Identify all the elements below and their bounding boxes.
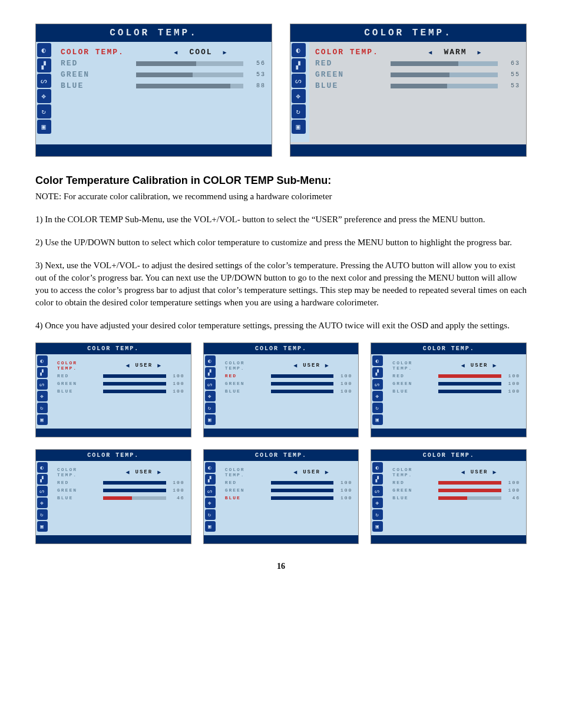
slider-red[interactable] xyxy=(271,481,334,485)
row-blue[interactable]: BLUE xyxy=(315,81,386,90)
slider-green[interactable] xyxy=(136,73,243,77)
preset-selector[interactable]: ◀ USER ▶ xyxy=(103,469,185,476)
slider-green[interactable] xyxy=(438,382,501,386)
color-icon[interactable]: ᔕ xyxy=(372,486,383,496)
row-blue[interactable]: BLUE xyxy=(57,495,98,500)
color-icon[interactable]: ᔕ xyxy=(372,379,383,390)
row-color-temp[interactable]: COLOR TEMP. xyxy=(61,48,131,57)
position-icon[interactable]: ✥ xyxy=(37,391,48,401)
misc-icon[interactable]: ▣ xyxy=(37,120,51,134)
row-color-temp[interactable]: COLOR TEMP. xyxy=(392,360,434,371)
row-color-temp[interactable]: COLOR TEMP. xyxy=(225,360,266,371)
preset-selector[interactable]: ◀ WARM ▶ xyxy=(391,48,520,57)
slider-green[interactable] xyxy=(103,382,166,386)
arrow-right-icon[interactable]: ▶ xyxy=(325,469,330,476)
slider-green[interactable] xyxy=(103,489,166,492)
picture-icon[interactable]: ▞ xyxy=(372,474,383,485)
slider-green[interactable] xyxy=(391,73,498,77)
reset-icon[interactable]: ↻ xyxy=(37,509,48,520)
row-blue[interactable]: BLUE xyxy=(57,388,98,394)
arrow-right-icon[interactable]: ▶ xyxy=(492,362,497,369)
row-red[interactable]: RED xyxy=(225,480,266,485)
slider-green[interactable] xyxy=(271,382,334,386)
reset-icon[interactable]: ↻ xyxy=(372,509,383,520)
slider-blue[interactable] xyxy=(438,496,501,500)
misc-icon[interactable]: ▣ xyxy=(372,521,383,532)
brightness-icon[interactable]: ◐ xyxy=(372,355,383,366)
color-icon[interactable]: ᔕ xyxy=(205,379,216,390)
row-red[interactable]: RED xyxy=(392,480,434,485)
reset-icon[interactable]: ↻ xyxy=(205,509,216,520)
slider-blue[interactable] xyxy=(103,390,166,393)
row-red[interactable]: RED xyxy=(392,373,434,378)
preset-selector[interactable]: ◀ COOL ▶ xyxy=(136,48,266,57)
picture-icon[interactable]: ▞ xyxy=(292,58,306,73)
misc-icon[interactable]: ▣ xyxy=(37,414,48,425)
arrow-left-icon[interactable]: ◀ xyxy=(461,469,466,476)
row-color-temp[interactable]: COLOR TEMP. xyxy=(57,360,98,371)
picture-icon[interactable]: ▞ xyxy=(205,474,216,485)
slider-green[interactable] xyxy=(271,489,334,492)
row-green[interactable]: GREEN xyxy=(61,70,131,79)
slider-red[interactable] xyxy=(103,374,166,378)
slider-red[interactable] xyxy=(136,61,243,66)
brightness-icon[interactable]: ◐ xyxy=(372,462,383,473)
reset-icon[interactable]: ↻ xyxy=(37,104,51,118)
slider-blue[interactable] xyxy=(271,390,334,393)
brightness-icon[interactable]: ◐ xyxy=(37,43,51,57)
picture-icon[interactable]: ▞ xyxy=(37,474,48,485)
row-blue[interactable]: BLUE xyxy=(61,81,131,90)
arrow-right-icon[interactable]: ▶ xyxy=(157,362,162,369)
row-red[interactable]: RED xyxy=(57,480,98,485)
slider-blue[interactable] xyxy=(271,496,334,500)
slider-red[interactable] xyxy=(391,61,498,66)
color-icon[interactable]: ᔕ xyxy=(205,486,216,496)
arrow-right-icon[interactable]: ▶ xyxy=(223,49,228,56)
row-red[interactable]: RED xyxy=(57,373,98,378)
preset-selector[interactable]: ◀ USER ▶ xyxy=(438,362,520,369)
arrow-left-icon[interactable]: ◀ xyxy=(428,49,433,56)
position-icon[interactable]: ✥ xyxy=(37,498,48,508)
misc-icon[interactable]: ▣ xyxy=(205,414,216,425)
arrow-right-icon[interactable]: ▶ xyxy=(325,362,330,369)
brightness-icon[interactable]: ◐ xyxy=(205,462,216,473)
slider-red[interactable] xyxy=(438,374,501,378)
preset-selector[interactable]: ◀ USER ▶ xyxy=(438,469,520,476)
row-color-temp[interactable]: COLOR TEMP. xyxy=(315,48,386,57)
slider-blue[interactable] xyxy=(438,390,501,393)
row-color-temp[interactable]: COLOR TEMP. xyxy=(225,467,266,477)
row-green[interactable]: GREEN xyxy=(225,487,266,493)
reset-icon[interactable]: ↻ xyxy=(37,403,48,413)
arrow-right-icon[interactable]: ▶ xyxy=(157,469,162,476)
slider-blue[interactable] xyxy=(136,84,243,88)
row-blue[interactable]: BLUE xyxy=(225,388,266,394)
brightness-icon[interactable]: ◐ xyxy=(37,462,48,473)
arrow-right-icon[interactable]: ▶ xyxy=(492,469,497,476)
reset-icon[interactable]: ↻ xyxy=(205,403,216,413)
arrow-left-icon[interactable]: ◀ xyxy=(174,49,178,56)
misc-icon[interactable]: ▣ xyxy=(37,521,48,532)
preset-selector[interactable]: ◀ USER ▶ xyxy=(103,362,185,369)
preset-selector[interactable]: ◀ USER ▶ xyxy=(271,469,353,476)
brightness-icon[interactable]: ◐ xyxy=(205,355,216,366)
position-icon[interactable]: ✥ xyxy=(205,391,216,401)
brightness-icon[interactable]: ◐ xyxy=(292,43,306,57)
row-color-temp[interactable]: COLOR TEMP. xyxy=(57,467,98,477)
row-blue[interactable]: BLUE xyxy=(225,495,266,500)
position-icon[interactable]: ✥ xyxy=(292,89,306,103)
reset-icon[interactable]: ↻ xyxy=(372,403,383,413)
slider-green[interactable] xyxy=(438,489,501,492)
row-blue[interactable]: BLUE xyxy=(392,495,434,500)
row-red[interactable]: RED xyxy=(225,373,266,378)
arrow-left-icon[interactable]: ◀ xyxy=(293,469,298,476)
picture-icon[interactable]: ▞ xyxy=(37,367,48,378)
color-icon[interactable]: ᔕ xyxy=(292,74,306,88)
brightness-icon[interactable]: ◐ xyxy=(37,355,48,366)
position-icon[interactable]: ✥ xyxy=(372,391,383,401)
row-blue[interactable]: BLUE xyxy=(392,388,434,394)
misc-icon[interactable]: ▣ xyxy=(205,521,216,532)
misc-icon[interactable]: ▣ xyxy=(372,414,383,425)
row-green[interactable]: GREEN xyxy=(392,487,434,493)
preset-selector[interactable]: ◀ USER ▶ xyxy=(271,362,353,369)
row-green[interactable]: GREEN xyxy=(225,381,266,386)
